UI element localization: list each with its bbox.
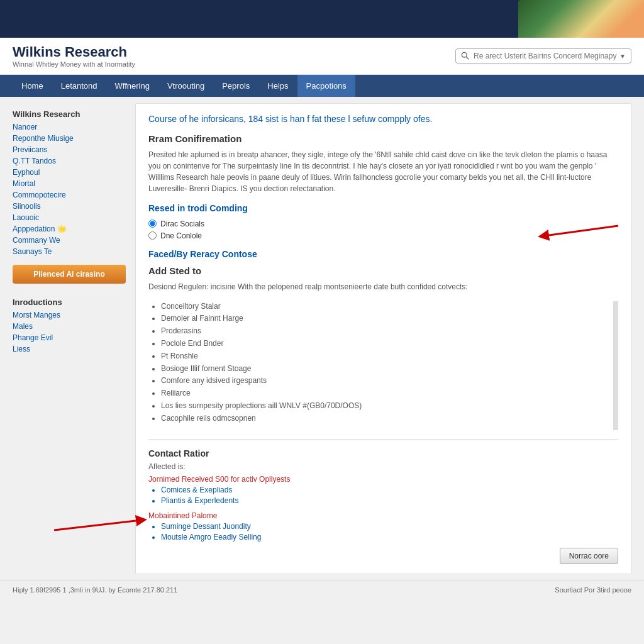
norrac-button[interactable]: Norrac oore	[560, 548, 618, 564]
sidebar-link-apppedation[interactable]: Apppedation 🌟	[13, 223, 126, 235]
radio-dirac-label: Dirac Socials	[160, 219, 204, 228]
nav-item-wffnering[interactable]: Wffnering	[106, 75, 158, 97]
bullet-item-0: Conceiltory Stalar	[161, 301, 611, 312]
radio-dne-input[interactable]	[148, 231, 157, 240]
nav-item-home[interactable]: Home	[13, 75, 52, 97]
search-icon	[461, 52, 470, 60]
nav-bar: Home Letantond Wffnering Vtroouting Pepr…	[0, 75, 644, 97]
main-container: Wilkins Research Nanoer Reponthe Miusige…	[0, 97, 644, 580]
contact-bullet-list-2: Suminge Dessant Juondity Moutsle Amgro E…	[148, 522, 618, 541]
radio-item-dne[interactable]: Dne Conlole	[148, 231, 618, 240]
sidebar-link-phange[interactable]: Phange Evil	[13, 332, 126, 343]
nav-item-pacpotions[interactable]: Pacpotions	[297, 75, 355, 97]
bullet-list: Conceiltory Stalar Demoler al Fainnt Har…	[148, 301, 611, 424]
sidebar-link-siinoolis[interactable]: Siinoolis	[13, 201, 126, 212]
bullet-item-4: Pt Ronshle	[161, 351, 611, 362]
bullet-item-2: Proderasins	[161, 326, 611, 336]
radio-dne-label: Dne Conlole	[160, 231, 202, 240]
contact-link[interactable]: Jornimed Received S00 for activ Opliyest…	[148, 475, 618, 484]
rram-section-title: Rram Conifiremation	[148, 133, 618, 144]
bullet-item-1: Demoler al Fainnt Harge	[161, 313, 611, 324]
bullet-item-9: Cacophile reiis odmcsopnen	[161, 413, 611, 424]
radio-section: Dirac Socials Dne Conlole	[148, 219, 618, 240]
top-banner	[0, 0, 644, 38]
sidebar-link-previicans[interactable]: Previicans	[13, 144, 126, 155]
sidebar-link-nanoer[interactable]: Nanoer	[13, 121, 126, 133]
bullet-item-6: Comfore any idsived irgespants	[161, 375, 611, 386]
nav-item-helps[interactable]: Helps	[258, 75, 297, 97]
sidebar-link-males[interactable]: Males	[13, 321, 126, 332]
sidebar-link-morst[interactable]: Morst Manges	[13, 309, 126, 321]
sidebar-link-laouoic[interactable]: Laouoic	[13, 212, 126, 223]
nav-item-letantond[interactable]: Letantond	[52, 75, 106, 97]
contact-bullet-list: Comices & Exepliads Pliantis & Experlede…	[148, 486, 618, 505]
bullet-item-3: Poclole End Bnder	[161, 338, 611, 349]
search-dropdown-arrow[interactable]: ▼	[619, 53, 626, 60]
sidebar-link-saunays[interactable]: Saunays Te	[13, 246, 126, 257]
resed-subtitle: Resed in trodi Comding	[148, 203, 618, 213]
sidebar-link-commany[interactable]: Commany We	[13, 235, 126, 246]
contact-red-link[interactable]: Mobaintined Palome	[148, 511, 217, 520]
content-body-text: Presited hle aplumed is in breatp ahance…	[148, 149, 618, 194]
bullet-scroll-area[interactable]: Conceiltory Stalar Demoler al Fainnt Har…	[148, 301, 618, 430]
footer-left: Hiply 1.69f2995 1 ,3mli in 9UJ. by Ecomt…	[13, 586, 177, 594]
sidebar-link-reponthe[interactable]: Reponthe Miusige	[13, 133, 126, 144]
svg-point-0	[462, 52, 467, 57]
bullet-item-8: Los lies surnpesity proplections aill WN…	[161, 401, 611, 411]
bullet-item-7: Reliiarce	[161, 388, 611, 399]
sidebar-link-miortal[interactable]: Miortal	[13, 178, 126, 189]
radio-dirac-input[interactable]	[148, 219, 157, 228]
add-title: Add Sted to	[148, 265, 618, 276]
banner-image	[518, 0, 644, 38]
search-input[interactable]	[474, 52, 619, 60]
contact-sub: Aflected is:	[148, 462, 618, 471]
contact-section: Contact Ratior Aflected is: Jornimed Rec…	[148, 448, 618, 564]
sidebar-link-eyphoul[interactable]: Eyphoul	[13, 167, 126, 178]
radio-item-dirac[interactable]: Dirac Socials	[148, 219, 618, 228]
contact-bullet-0: Comices & Exepliads	[161, 486, 618, 494]
contact-bullet-1: Pliantis & Experledents	[161, 496, 618, 505]
content-headline: Course of he inforsicans, 184 sist is ha…	[148, 113, 618, 126]
button-row: Norrac oore	[148, 548, 618, 564]
logo-area: Wilkins Research Winnal Whitley Money wi…	[13, 44, 135, 68]
content-area: Course of he inforsicans, 184 sist is ha…	[135, 103, 631, 574]
nav-item-vtroouting[interactable]: Vtroouting	[158, 75, 213, 97]
contact-red-link-row: Mobaintined Palome	[148, 511, 618, 522]
contact-bullet2-0: Suminge Dessant Juondity	[161, 522, 618, 531]
plienced-button[interactable]: Plienced AI cirasino	[13, 265, 126, 284]
sidebar-link-qtt[interactable]: Q.TT Tandos	[13, 155, 126, 167]
contact-title: Contact Ratior	[148, 448, 618, 458]
footer-right: Sourtiact Por 3tird peooe	[555, 586, 631, 594]
bullet-item-5: Bosioge Illif fornent Stoage	[161, 364, 611, 374]
sidebar-link-liess[interactable]: Liess	[13, 343, 126, 355]
svg-line-1	[466, 57, 469, 59]
nav-item-peprols[interactable]: Peprols	[213, 75, 258, 97]
add-body-text: Desiond Regulen: incisine With the pelop…	[148, 281, 618, 292]
contact-bullet2-1: Moutsle Amgro Eeadly Selling	[161, 533, 618, 541]
sidebar-main-title: Wilkins Research	[13, 109, 126, 119]
sidebar-link-commopo[interactable]: Commopotecire	[13, 189, 126, 201]
footer: Hiply 1.69f2995 1 ,3mli in 9UJ. by Ecomt…	[0, 580, 644, 599]
logo-title: Wilkins Research	[13, 44, 135, 60]
faced-title: Faced/By Reracy Contose	[148, 249, 618, 259]
sidebar: Wilkins Research Nanoer Reponthe Miusige…	[13, 103, 126, 574]
logo-subtitle: Winnal Whitley Money with at Inormatity	[13, 60, 135, 68]
section-divider	[148, 439, 618, 440]
search-bar[interactable]: ▼	[455, 48, 631, 64]
sidebar-intro-title: Inroductions	[13, 297, 126, 307]
header: Wilkins Research Winnal Whitley Money wi…	[0, 38, 644, 75]
